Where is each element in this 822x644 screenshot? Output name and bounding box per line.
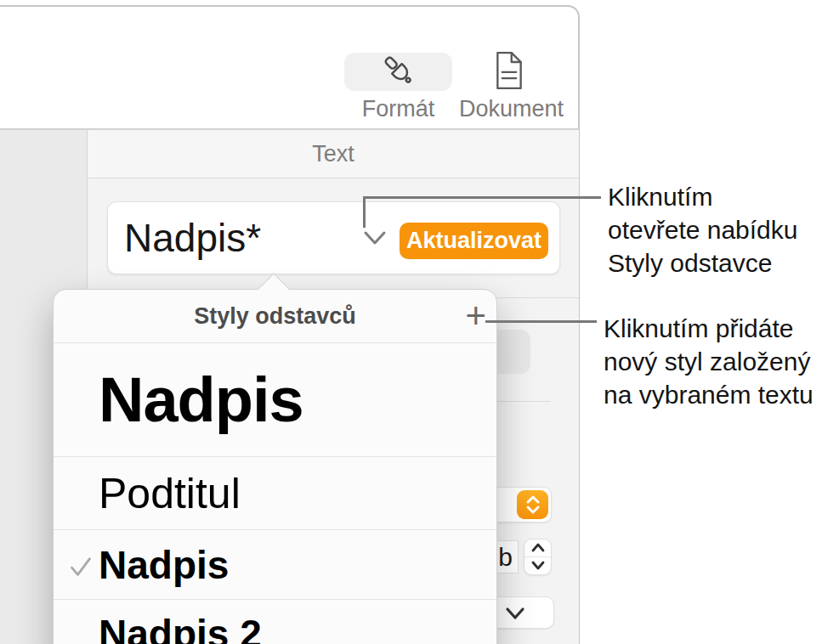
font-size-value: b: [498, 543, 513, 572]
popover-title: Styly odstavců: [194, 303, 356, 330]
style-list-item[interactable]: Nadpis 2: [54, 599, 496, 644]
callout-open-menu: Kliknutím otevřete nabídku Styly odstavc…: [608, 180, 798, 280]
style-item-label: Podtitul: [99, 469, 241, 518]
style-item-label: Nadpis 2: [99, 611, 262, 644]
style-item-label: Nadpis: [99, 542, 229, 588]
chevron-down-icon: [505, 607, 525, 620]
callout-connector-line: [365, 196, 601, 199]
tab-text-label: Text: [312, 141, 354, 167]
format-toolbar-button[interactable]: [344, 53, 452, 91]
callout-connector-line: [363, 196, 366, 228]
checkmark-icon: [69, 542, 93, 588]
popover-header: Styly odstavců +: [54, 290, 496, 342]
paragraph-style-list: Nadpis Podtitul Nadpis Nadpis 2: [54, 342, 496, 644]
format-toolbar-label: Formát: [344, 96, 452, 122]
up-down-chevrons-icon: [517, 490, 548, 519]
document-toolbar-button[interactable]: [489, 51, 530, 93]
paragraph-styles-popover: Styly odstavců + Nadpis Podtitul Nadpis …: [53, 289, 497, 644]
callout-add-style: Kliknutím přidáte nový styl založený na …: [604, 312, 813, 411]
paragraph-style-value: Nadpis*: [124, 215, 261, 261]
add-style-button[interactable]: +: [465, 298, 486, 334]
stepper-up-icon[interactable]: [524, 539, 551, 557]
paragraph-style-field[interactable]: Nadpis* Aktualizovat: [107, 201, 560, 274]
paintbrush-icon: [379, 51, 418, 93]
document-toolbar-label: Dokument: [459, 96, 561, 122]
style-list-item[interactable]: Nadpis: [54, 529, 496, 599]
style-list-item[interactable]: Podtitul: [54, 456, 496, 529]
style-list-item[interactable]: Nadpis: [54, 342, 496, 456]
update-style-button[interactable]: Aktualizovat: [400, 223, 548, 259]
font-size-stepper[interactable]: [524, 539, 552, 575]
style-item-label: Nadpis: [99, 364, 303, 436]
chevron-down-icon[interactable]: [363, 230, 387, 250]
screenshot-stage: Formát Dokument Text Nadpis* Aktualiz: [0, 0, 822, 644]
callout-connector-line: [485, 320, 597, 323]
stepper-down-icon[interactable]: [524, 557, 551, 575]
document-icon: [492, 50, 526, 94]
tab-text[interactable]: Text: [88, 130, 579, 178]
